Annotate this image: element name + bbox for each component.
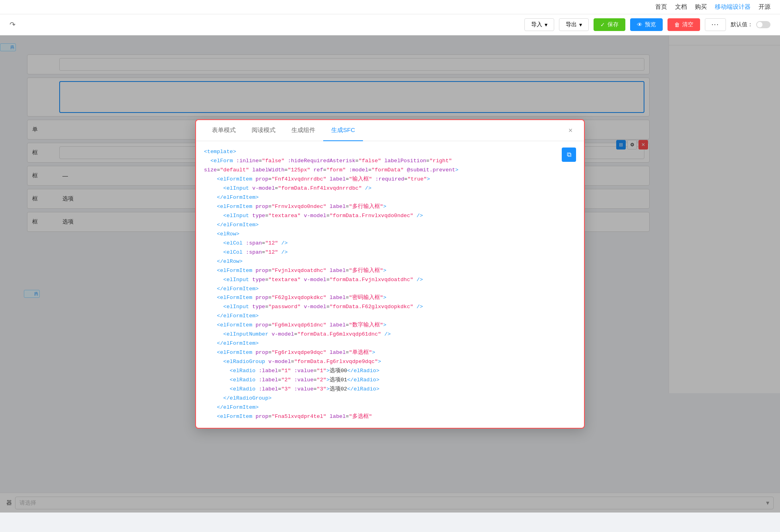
toolbar: ↷ 导入 ▾ 导出 ▾ ✓ 保存 👁 预览 🗑 清空 ··· 默认值：: [0, 14, 780, 35]
redo-icon[interactable]: ↷: [10, 20, 16, 29]
modal-tabs: 表单模式 阅读模式 生成组件 生成SFC ×: [196, 120, 584, 141]
code-display: <template> <elForm :inline="false" :hide…: [204, 148, 576, 421]
copy-button[interactable]: ⧉: [562, 148, 576, 162]
import-label: 导入: [531, 21, 542, 28]
tab-form-mode[interactable]: 表单模式: [204, 120, 244, 141]
clear-label: 清空: [682, 21, 693, 28]
nav-open[interactable]: 开源: [759, 3, 770, 11]
nav-buy[interactable]: 购买: [695, 3, 707, 11]
import-chevron-icon: ▾: [545, 21, 547, 28]
copy-icon: ⧉: [567, 151, 571, 158]
default-value-label: 默认值：: [731, 21, 753, 28]
save-button[interactable]: ✓ 保存: [594, 18, 625, 31]
more-button[interactable]: ···: [705, 18, 726, 31]
clear-button[interactable]: 🗑 清空: [667, 18, 700, 31]
modal-overlay: 表单模式 阅读模式 生成组件 生成SFC × ⧉ <template> <elF…: [0, 35, 780, 513]
modal-close-button[interactable]: ×: [565, 125, 576, 136]
tab-read-mode[interactable]: 阅读模式: [244, 120, 283, 141]
export-label: 导出: [566, 21, 577, 28]
tab-generate-sfc[interactable]: 生成SFC: [323, 120, 363, 141]
preview-button[interactable]: 👁 预览: [630, 18, 663, 31]
import-button[interactable]: 导入 ▾: [524, 18, 554, 31]
top-nav: 首页 文档 购买 移动端设计器 开源: [0, 0, 780, 14]
nav-links: 首页 文档 购买 移动端设计器 开源: [655, 3, 770, 11]
export-button[interactable]: 导出 ▾: [559, 18, 589, 31]
trash-icon: 🗑: [674, 21, 680, 28]
nav-docs[interactable]: 文档: [675, 3, 687, 11]
preview-label: 预览: [645, 21, 656, 28]
save-icon: ✓: [600, 21, 605, 28]
preview-icon: 👁: [637, 21, 642, 28]
default-value-section: 默认值：: [731, 21, 770, 28]
export-chevron-icon: ▾: [579, 21, 582, 28]
default-value-toggle[interactable]: [756, 21, 770, 28]
tab-generate-component[interactable]: 生成组件: [283, 120, 323, 141]
modal-body: ⧉ <template> <elForm :inline="false" :hi…: [196, 141, 584, 427]
nav-mobile[interactable]: 移动端设计器: [715, 3, 751, 11]
more-label: ···: [712, 21, 719, 28]
sfc-modal: 表单模式 阅读模式 生成组件 生成SFC × ⧉ <template> <elF…: [195, 119, 585, 428]
save-label: 保存: [607, 21, 619, 28]
nav-home[interactable]: 首页: [655, 3, 667, 11]
